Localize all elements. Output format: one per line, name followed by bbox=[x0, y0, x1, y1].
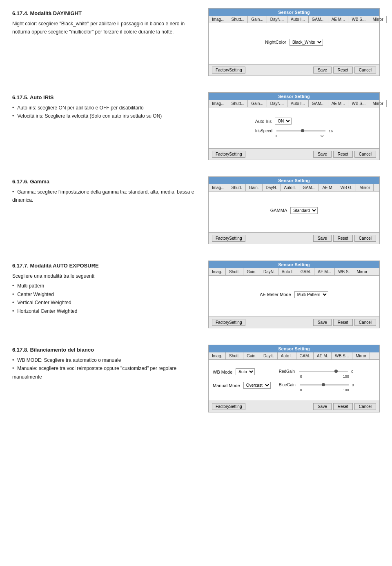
panel-tab[interactable]: Auto I. bbox=[278, 352, 296, 359]
footer-btn[interactable]: Reset bbox=[333, 403, 353, 410]
panel-tab[interactable]: Gain. bbox=[243, 352, 260, 359]
blue-gain-track[interactable] bbox=[300, 384, 349, 386]
footer-btn[interactable]: Cancel bbox=[354, 403, 376, 410]
panel-tab[interactable]: Imag... bbox=[209, 100, 228, 107]
panel-tab[interactable]: Gain. bbox=[246, 184, 263, 191]
panel-tab[interactable]: Auto I... bbox=[287, 100, 308, 107]
form-row: Auto Iris ON bbox=[255, 118, 292, 125]
form-select[interactable]: Multi-Pattern bbox=[294, 291, 328, 298]
panel-tab[interactable]: Shutt. bbox=[226, 268, 243, 275]
form-select[interactable]: Black_White bbox=[290, 39, 323, 46]
panel-tab[interactable]: Shutt... bbox=[228, 16, 248, 23]
panel-footer: FactorySetting SaveResetCancel bbox=[209, 64, 379, 76]
panel-tab[interactable]: GAM. bbox=[296, 352, 314, 359]
list-item: Manuale: scegliere tra voci reimpostate … bbox=[12, 364, 200, 381]
panel-tab[interactable]: Gain... bbox=[248, 16, 267, 23]
form-label: Auto Iris bbox=[255, 119, 272, 124]
panel-tab[interactable]: Imag... bbox=[209, 16, 228, 23]
footer-btn[interactable]: Reset bbox=[333, 235, 353, 242]
footer-btn[interactable]: Cancel bbox=[354, 319, 376, 326]
panel-tab[interactable]: Auto I. bbox=[281, 184, 299, 191]
panel-tab[interactable]: Mirror bbox=[352, 352, 370, 359]
panel-tab[interactable]: WB S... bbox=[332, 352, 352, 359]
panel-tab[interactable]: WB S... bbox=[348, 16, 369, 23]
footer-btn[interactable]: Cancel bbox=[354, 67, 376, 74]
panel-tab[interactable]: Daylt. bbox=[260, 352, 278, 359]
slider-track[interactable] bbox=[276, 130, 325, 131]
panel-tab[interactable]: AE M... bbox=[328, 100, 349, 107]
panel-tab[interactable]: DayN... bbox=[267, 100, 287, 107]
panel-tab[interactable]: WB G. bbox=[337, 184, 356, 191]
panel-tab[interactable]: AE M. bbox=[314, 352, 332, 359]
section-num: 6.17.7. bbox=[12, 263, 29, 269]
panel-tab[interactable]: DayN. bbox=[263, 184, 281, 191]
panel-title-bar: Sensor Setting bbox=[209, 93, 379, 100]
panel-tab[interactable]: DayN. bbox=[260, 268, 278, 275]
panel-tab[interactable]: Imag... bbox=[209, 184, 228, 191]
footer-btn[interactable]: Save bbox=[313, 235, 332, 242]
panel-tab[interactable]: AE M... bbox=[328, 16, 349, 23]
wb-mode-select[interactable]: Auto bbox=[236, 368, 255, 375]
footer-btn[interactable]: Save bbox=[313, 151, 332, 158]
panel-tab[interactable]: Mirror bbox=[369, 100, 387, 107]
footer-btn[interactable]: Save bbox=[313, 403, 332, 410]
footer-btn[interactable]: Save bbox=[313, 319, 332, 326]
factory-setting-button[interactable]: FactorySetting bbox=[212, 319, 245, 326]
footer-btn-group: SaveResetCancel bbox=[313, 151, 376, 158]
panel-tab[interactable]: Shutt. bbox=[226, 352, 243, 359]
section-title: 6.17.5. Auto IRIS bbox=[12, 94, 200, 100]
panel-tab[interactable]: GAM... bbox=[299, 184, 319, 191]
section-title-text: Bilanciamento del bianco bbox=[30, 347, 94, 353]
panel-tab[interactable]: Imag. bbox=[209, 352, 226, 359]
form-select[interactable]: Standard bbox=[290, 207, 318, 214]
sensor-panel: Sensor Setting Imag.Shutt.Gain.Daylt.Aut… bbox=[208, 345, 380, 412]
section-num: 6.17.5. bbox=[12, 94, 29, 100]
footer-btn[interactable]: Save bbox=[313, 67, 332, 74]
factory-setting-button[interactable]: FactorySetting bbox=[212, 403, 245, 410]
footer-btn[interactable]: Cancel bbox=[354, 151, 376, 158]
wb-manual-select[interactable]: Overcast bbox=[243, 382, 271, 389]
tab-bar: Imag.Shutt.Gain.Daylt.Auto I.GAM.AE M.WB… bbox=[209, 352, 379, 360]
factory-setting-button[interactable]: FactorySetting bbox=[212, 151, 245, 158]
panel-tab[interactable]: WB S... bbox=[348, 100, 369, 107]
factory-setting-button[interactable]: FactorySetting bbox=[212, 67, 245, 74]
form-row: AE Meter Mode Multi-Pattern bbox=[260, 291, 328, 298]
panel-tab[interactable]: Imag. bbox=[209, 268, 226, 275]
footer-btn[interactable]: Reset bbox=[333, 67, 353, 74]
panel-tab[interactable]: WB S. bbox=[335, 268, 353, 275]
body-list: Multi patternCenter WeightedVertical Cen… bbox=[12, 282, 200, 315]
panel-tab[interactable]: GAM. bbox=[297, 268, 315, 275]
factory-setting-button[interactable]: FactorySetting bbox=[212, 235, 245, 242]
footer-btn[interactable]: Reset bbox=[333, 319, 353, 326]
form-select[interactable]: ON bbox=[275, 118, 292, 125]
panel-tab[interactable]: GAM... bbox=[309, 100, 328, 107]
panel-tab[interactable]: Gain. bbox=[243, 268, 260, 275]
panel-tab[interactable]: Mirror bbox=[369, 16, 387, 23]
panel-tab[interactable]: GAM... bbox=[309, 16, 328, 23]
panel-tab[interactable]: Gain... bbox=[248, 100, 267, 107]
form-label: GAMMA bbox=[270, 208, 287, 213]
panel-tab[interactable]: Mirror bbox=[356, 184, 374, 191]
slider-labels: 0 32 bbox=[275, 134, 324, 138]
panel-tab[interactable]: Auto I. bbox=[278, 268, 297, 275]
panel-tab[interactable]: Mirror bbox=[353, 268, 371, 275]
panel-tab[interactable]: Shutt. bbox=[228, 184, 246, 191]
red-gain-track[interactable] bbox=[299, 371, 348, 372]
section-6175: 6.17.5. Auto IRIS Auto iris: scegliere O… bbox=[12, 92, 380, 160]
panel-body: GAMMA Standard bbox=[209, 192, 379, 232]
panel-tab[interactable]: DayN... bbox=[267, 16, 287, 23]
wb-mode-label: WB Mode bbox=[213, 370, 232, 374]
section-6176: 6.17.6. Gamma Gamma: scegliere l'imposta… bbox=[12, 176, 380, 244]
panel-body: AE Meter Mode Multi-Pattern bbox=[209, 276, 379, 316]
section-text: 6.17.8. Bilanciamento del bianco WB MODE… bbox=[12, 345, 208, 381]
panel-tab[interactable]: Auto I... bbox=[287, 16, 308, 23]
footer-btn[interactable]: Reset bbox=[333, 151, 353, 158]
sensor-panel: Sensor Setting Imag...Shutt...Gain...Day… bbox=[208, 8, 380, 76]
panel-tab[interactable]: AE M... bbox=[314, 268, 335, 275]
list-item: Vertical Center Weighted bbox=[12, 299, 200, 307]
footer-btn[interactable]: Cancel bbox=[354, 235, 376, 242]
tab-bar: Imag.Shutt.Gain.DayN.Auto I.GAM.AE M...W… bbox=[209, 268, 379, 276]
panel-tab[interactable]: Shutt... bbox=[228, 100, 248, 107]
panel-tab[interactable]: AE M. bbox=[319, 184, 337, 191]
tab-bar: Imag...Shutt...Gain...DayN...Auto I...GA… bbox=[209, 16, 379, 23]
